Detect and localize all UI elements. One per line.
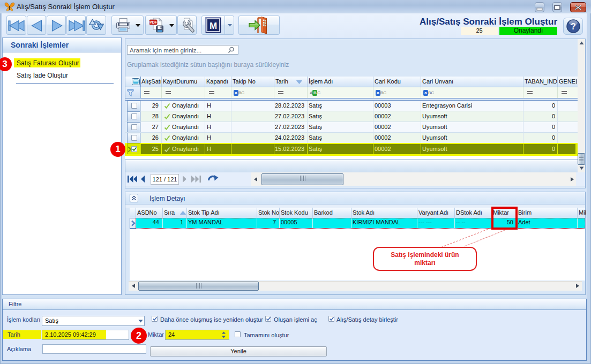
svg-text:?: ?: [571, 22, 576, 31]
svg-text:M: M: [210, 21, 217, 31]
svg-text:PDF: PDF: [149, 20, 158, 24]
